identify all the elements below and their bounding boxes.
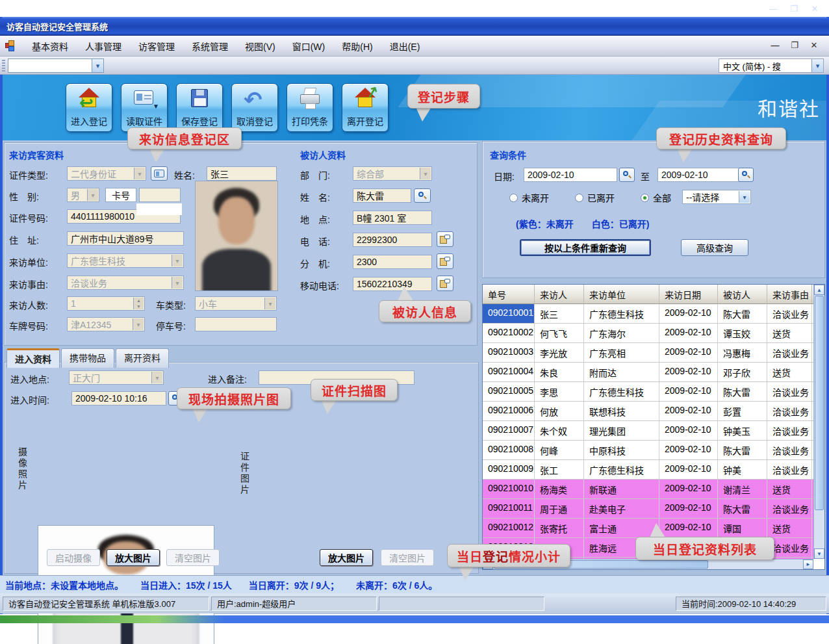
table-cell[interactable]: 2009-02-10 [659, 480, 718, 498]
table-cell[interactable]: 090210012 [483, 519, 535, 537]
table-cell[interactable]: 2009-02-10 [659, 382, 718, 401]
table-row[interactable]: 090210003李光放广东亮相2009-02-10冯惠梅洽谈业务 [483, 343, 813, 363]
mdi-restore-icon[interactable]: ❐ [789, 40, 800, 50]
menu-item-1[interactable]: 人事管理 [77, 37, 130, 55]
minimize-icon[interactable]: — [765, 3, 781, 16]
table-cell[interactable]: 送货 [767, 480, 812, 498]
table-row[interactable]: 090210001张三广东德生科技2009-02-10陈大雷洽谈业务 [483, 304, 813, 324]
date-to-field[interactable]: 2009-02-10 [657, 168, 742, 182]
menu-item-6[interactable]: 帮助(H) [333, 37, 381, 55]
table-cell[interactable]: 张寄托 [535, 519, 584, 537]
table-cell[interactable]: 090210011 [483, 499, 535, 518]
table-cell[interactable]: 理光集团 [584, 421, 659, 440]
menu-item-7[interactable]: 退出(E) [381, 37, 429, 55]
table-cell[interactable]: 090210009 [483, 460, 535, 479]
chevron-down-icon[interactable]: ▾ [811, 59, 823, 72]
table-cell[interactable]: 洽谈业务 [767, 421, 812, 440]
table-cell[interactable]: 联想科技 [584, 402, 659, 420]
column-header-来访事由[interactable]: 来访事由 [767, 285, 812, 303]
restore-icon[interactable]: ❐ [786, 3, 802, 16]
toolbar-button-取消登记[interactable]: ↶取消登记 [231, 83, 278, 132]
mdi-minimize-icon[interactable]: — [769, 40, 781, 50]
scroll-up-icon[interactable]: ▲ [814, 285, 824, 295]
table-cell[interactable]: 朱良 [535, 363, 584, 381]
column-header-被访人[interactable]: 被访人 [718, 285, 767, 303]
tab-进入资料[interactable]: 进入资料 [6, 348, 60, 368]
toolbar-button-离开登记[interactable]: ↗离开登记 [342, 83, 389, 132]
table-cell[interactable]: 陈大雷 [718, 382, 767, 401]
visitee-search-button[interactable] [414, 188, 431, 203]
table-cell[interactable]: 送货 [767, 519, 812, 537]
language-selector[interactable]: 中文 (简体) - 搜 ▾ [719, 58, 824, 73]
table-row[interactable]: 090210006何放联想科技2009-02-10彭置洽谈业务 [483, 402, 813, 421]
table-cell[interactable]: 广东德生科技 [584, 382, 659, 401]
table-cell[interactable]: 朱个奴 [535, 421, 584, 440]
table-cell[interactable]: 彭置 [718, 402, 767, 420]
radio-已离开[interactable]: 已离开 [575, 191, 615, 204]
toolbar-button-进入登记[interactable]: ↩进入登记 [66, 83, 112, 132]
column-header-来访单位[interactable]: 来访单位 [584, 285, 659, 303]
menu-item-2[interactable]: 访客管理 [130, 37, 183, 55]
table-cell[interactable]: 广东亮相 [584, 343, 659, 362]
table-cell[interactable]: 2009-02-10 [659, 402, 718, 420]
table-cell[interactable]: 洽谈业务 [767, 343, 812, 362]
table-cell[interactable]: 2009-02-10 [659, 460, 718, 479]
card-reader-button[interactable] [151, 166, 168, 181]
table-cell[interactable]: 邓子欣 [718, 363, 767, 381]
table-cell[interactable]: 李光放 [535, 343, 584, 362]
gender-combo[interactable]: 男 ▾ [67, 188, 99, 202]
toolbar-button-保存登记[interactable]: 保存登记 [176, 83, 223, 132]
table-cell[interactable]: 何飞飞 [535, 324, 584, 342]
table-cell[interactable]: 广东德生科技 [584, 460, 659, 479]
menu-item-4[interactable]: 视图(V) [236, 37, 284, 55]
table-cell[interactable]: 洽谈业务 [767, 382, 812, 401]
address-field[interactable]: 广州市中山大道89号 [67, 231, 184, 246]
table-row[interactable]: 090210005李思广东德生科技2009-02-10陈大雷洽谈业务 [483, 382, 813, 402]
table-cell[interactable]: 2009-02-10 [659, 363, 718, 381]
table-cell[interactable]: 广东海尔 [584, 324, 659, 342]
table-row[interactable]: 090210002何飞飞广东海尔2009-02-10谭玉姣送货 [483, 324, 813, 343]
visitor-count-stepper[interactable]: 1 ▲▼ [67, 296, 145, 311]
table-row[interactable]: 090210008何峰中原科技2009-02-10陈大雷洽谈业务 [483, 441, 813, 460]
toolbar-button-打印凭条[interactable]: 打印凭条 [287, 83, 333, 132]
mdi-close-icon[interactable]: ✕ [808, 40, 820, 50]
spinner-icon[interactable]: ▲▼ [133, 298, 144, 309]
phone-dial-button[interactable] [437, 231, 453, 247]
table-cell[interactable]: 陈大雷 [718, 441, 767, 459]
scroll-right-icon[interactable]: ► [803, 560, 813, 569]
vscroll-thumb[interactable] [815, 296, 824, 510]
vertical-scrollbar[interactable]: ▲ ▼ [813, 285, 824, 559]
table-cell[interactable]: 李思 [535, 382, 584, 401]
table-cell[interactable]: 090210010 [483, 480, 535, 498]
table-cell[interactable]: 谭玉姣 [718, 324, 767, 342]
table-cell[interactable]: 洽谈业务 [767, 402, 812, 420]
table-cell[interactable]: 陈大雷 [718, 499, 767, 518]
table-cell[interactable]: 冯惠梅 [718, 343, 767, 362]
放大图片-button[interactable]: 放大图片 [320, 549, 373, 566]
toolstrip-combo[interactable]: ▾ [8, 58, 104, 73]
menu-item-5[interactable]: 窗口(W) [284, 37, 334, 55]
table-cell[interactable]: 2009-02-10 [659, 304, 718, 323]
table-cell[interactable]: 2009-02-10 [659, 421, 718, 440]
table-cell[interactable]: 090210008 [483, 441, 535, 459]
table-cell[interactable]: 何峰 [535, 441, 584, 459]
table-cell[interactable]: 送货 [767, 324, 812, 342]
table-cell[interactable]: 张三 [535, 304, 584, 323]
table-row[interactable]: 090210010杨海类新联通2009-02-10谢清兰送货 [483, 480, 813, 499]
table-cell[interactable]: 090210002 [483, 324, 535, 342]
toolstrip-grip[interactable] [2, 60, 5, 71]
mobile-field[interactable]: 15602210349 [353, 277, 432, 291]
table-cell[interactable]: 赴美电子 [584, 499, 659, 518]
column-header-来访人[interactable]: 来访人 [535, 285, 584, 303]
table-cell[interactable]: 广东德生科技 [584, 304, 659, 323]
table-cell[interactable]: 2009-02-10 [659, 441, 718, 459]
table-cell[interactable]: 送货 [767, 363, 812, 381]
status-filter-combo[interactable]: --请选择 ▾ [682, 190, 751, 204]
table-cell[interactable]: 洽谈业务 [767, 499, 812, 518]
close-icon[interactable]: ✕ [807, 3, 823, 16]
phone-field[interactable]: 22992300 [353, 233, 432, 247]
table-cell[interactable]: 杨海类 [535, 480, 584, 498]
table-cell[interactable]: 富士通 [584, 519, 659, 537]
table-cell[interactable]: 090210007 [483, 421, 535, 440]
table-cell[interactable]: 钟美 [718, 460, 767, 479]
